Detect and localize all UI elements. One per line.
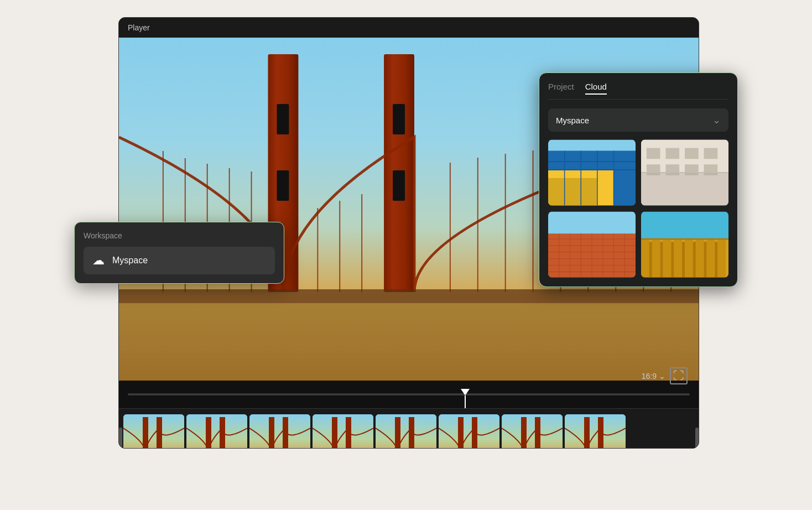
svg-rect-3: [384, 54, 414, 292]
filmstrip-scrollbar-right[interactable]: [695, 428, 699, 449]
workspace-item-myspace[interactable]: ☁ Myspace: [84, 247, 275, 274]
svg-rect-68: [647, 164, 660, 175]
svg-rect-39: [376, 414, 436, 449]
thumb-yellow-columns: [641, 211, 728, 278]
svg-rect-102: [693, 242, 696, 277]
svg-rect-99: [660, 242, 663, 277]
svg-rect-30: [186, 414, 247, 449]
svg-rect-64: [647, 148, 660, 159]
filmstrip-cell-2[interactable]: [186, 414, 247, 449]
svg-rect-97: [717, 239, 726, 277]
svg-rect-93: [674, 239, 682, 277]
aspect-ratio-chevron: ⌄: [659, 372, 665, 381]
svg-rect-103: [704, 242, 707, 277]
svg-rect-63: [641, 173, 728, 205]
player-title: Player: [128, 23, 150, 32]
svg-rect-27: [123, 414, 184, 449]
filmstrip-cell-1[interactable]: [123, 414, 184, 449]
workspace-item-label: Myspace: [112, 256, 148, 266]
svg-rect-101: [682, 242, 685, 277]
thumb-orange-building: [548, 211, 636, 278]
filmstrip: [119, 408, 699, 449]
svg-rect-67: [704, 148, 718, 159]
svg-rect-71: [704, 164, 718, 175]
filmstrip-cell-6[interactable]: [439, 414, 499, 449]
timeline-area[interactable]: for(let i=0;i<200;i++){ document.current…: [119, 381, 699, 408]
cloud-grid-item-1[interactable]: [548, 139, 636, 206]
chevron-down-icon: ⌄: [712, 114, 721, 126]
svg-rect-45: [502, 414, 563, 449]
svg-rect-94: [685, 239, 693, 277]
svg-rect-65: [665, 148, 679, 159]
svg-rect-90: [641, 239, 649, 277]
workspace-popup: Workspace ☁ Myspace: [74, 222, 284, 284]
svg-rect-36: [313, 414, 373, 449]
thumb-beige-building: [641, 139, 728, 206]
svg-rect-92: [663, 239, 672, 277]
svg-rect-91: [652, 239, 660, 277]
timeline-ticks: for(let i=0;i<200;i++){ document.current…: [128, 389, 690, 400]
svg-rect-24: [119, 303, 699, 381]
tab-project[interactable]: Project: [548, 82, 574, 95]
svg-rect-4: [393, 104, 405, 134]
svg-rect-95: [696, 239, 704, 277]
cloud-panel-tabs: Project Cloud: [548, 82, 728, 100]
svg-rect-96: [707, 239, 715, 277]
fullscreen-button[interactable]: ⛶: [670, 367, 688, 384]
timeline-track[interactable]: for(let i=0;i<200;i++){ document.current…: [128, 393, 690, 395]
cloud-workspace-dropdown[interactable]: Myspace ⌄: [548, 108, 728, 132]
svg-rect-70: [685, 164, 699, 175]
filmstrip-bridge-svg-4: [313, 414, 373, 449]
filmstrip-cell-4[interactable]: [313, 414, 373, 449]
cloud-panel: Project Cloud Myspace ⌄: [539, 72, 738, 287]
filmstrip-bridge-svg-7: [502, 414, 563, 449]
workspace-title: Workspace: [84, 231, 275, 240]
filmstrip-bridge-svg-6: [439, 414, 499, 449]
svg-rect-100: [671, 242, 674, 277]
cloud-grid-item-4[interactable]: [641, 211, 728, 278]
player-header: Player: [119, 18, 699, 38]
svg-rect-48: [565, 414, 626, 449]
svg-rect-33: [249, 414, 310, 449]
svg-rect-54: [548, 178, 597, 205]
thumb-blue-building: [548, 139, 636, 206]
aspect-ratio-button[interactable]: 16:9 ⌄: [642, 372, 665, 381]
filmstrip-cell-3[interactable]: [249, 414, 310, 449]
cloud-grid: [548, 139, 728, 278]
filmstrip-bridge-svg: [123, 414, 184, 449]
filmstrip-cell-8[interactable]: [565, 414, 626, 449]
svg-rect-5: [393, 170, 405, 201]
svg-rect-1: [277, 104, 289, 134]
svg-rect-98: [649, 242, 652, 277]
cloud-dropdown-label: Myspace: [556, 116, 589, 125]
cloud-grid-item-3[interactable]: [548, 211, 636, 278]
aspect-ratio-label: 16:9: [642, 372, 657, 381]
filmstrip-bridge-svg-3: [249, 414, 310, 449]
filmstrip-bridge-svg-5: [376, 414, 436, 449]
cloud-icon: ☁: [92, 253, 105, 268]
filmstrip-scrollbar-left[interactable]: [119, 428, 122, 449]
player-bottom-controls: 16:9 ⌄ ⛶: [642, 367, 688, 384]
filmstrip-bridge-svg-8: [565, 414, 626, 449]
svg-rect-66: [685, 148, 699, 159]
svg-rect-2: [277, 170, 289, 201]
tab-cloud[interactable]: Cloud: [585, 82, 607, 95]
svg-rect-42: [439, 414, 499, 449]
svg-rect-69: [665, 164, 679, 175]
filmstrip-bridge-svg-2: [186, 414, 247, 449]
filmstrip-cell-5[interactable]: [376, 414, 436, 449]
cloud-grid-item-2[interactable]: [641, 139, 728, 206]
filmstrip-cell-7[interactable]: [502, 414, 563, 449]
svg-rect-104: [715, 242, 717, 277]
filmstrip-container: [119, 408, 699, 449]
svg-rect-23: [119, 289, 699, 303]
